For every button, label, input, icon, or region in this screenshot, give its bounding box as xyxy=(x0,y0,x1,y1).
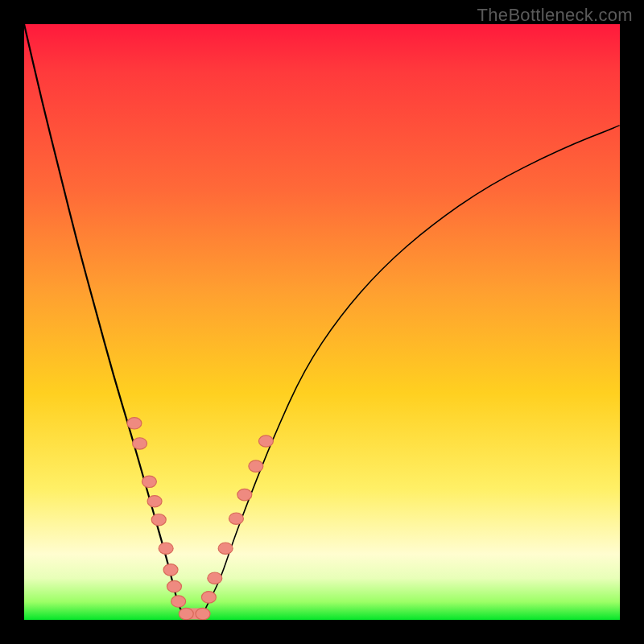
bead-group xyxy=(127,418,274,620)
bead-marker xyxy=(196,608,210,619)
bead-marker xyxy=(258,436,273,447)
watermark-text: TheBottleneck.com xyxy=(477,5,633,26)
bead-marker xyxy=(167,580,181,592)
bead-marker xyxy=(127,418,142,429)
bead-marker xyxy=(179,608,193,619)
chart-frame: TheBottleneck.com xyxy=(0,0,644,644)
chart-svg xyxy=(24,24,620,620)
bead-marker xyxy=(201,592,216,603)
bead-marker xyxy=(142,476,156,487)
bead-marker xyxy=(229,513,243,524)
right-branch-curve xyxy=(203,126,620,614)
bead-marker xyxy=(237,489,252,500)
bead-marker xyxy=(147,496,162,507)
bead-marker xyxy=(151,514,166,525)
bead-marker xyxy=(159,543,173,554)
bead-marker xyxy=(133,438,147,449)
plot-area xyxy=(24,24,620,620)
bead-marker xyxy=(163,564,178,576)
bead-marker xyxy=(171,596,186,607)
bead-marker xyxy=(208,572,222,584)
bead-marker xyxy=(249,460,263,472)
bead-marker xyxy=(218,543,233,554)
